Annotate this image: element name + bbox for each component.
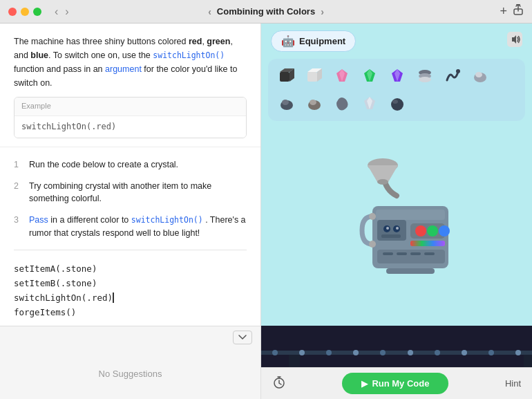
close-button[interactable]	[8, 8, 17, 16]
machine-illustration	[321, 147, 473, 299]
svg-point-41	[386, 227, 389, 230]
cursor	[113, 293, 114, 303]
svg-point-28	[392, 100, 398, 104]
add-button[interactable]: +	[500, 4, 507, 19]
maximize-button[interactable]	[33, 8, 41, 16]
tray-item-cube-black[interactable]	[275, 64, 298, 88]
svg-rect-45	[383, 252, 393, 255]
intro-text-4: . To switch one on, use the	[48, 50, 153, 60]
belt-dot	[299, 350, 305, 355]
left-panel: The machine has three shiny buttons colo…	[0, 24, 261, 399]
equipment-header: 🤖 Equipment	[261, 24, 532, 59]
code-line-1: setItemA(.stone)	[14, 261, 247, 276]
steps-section: 1 Run the code below to create a crystal…	[0, 147, 260, 244]
run-button-label: Run My Code	[372, 378, 429, 389]
title-prev-arrow[interactable]: ‹	[208, 6, 211, 17]
step-text-2: Try combining crystal with another item …	[29, 180, 247, 206]
svg-rect-3	[280, 72, 289, 82]
belt-dot	[326, 350, 332, 355]
divider	[14, 250, 247, 250]
step-number-2: 2	[14, 180, 22, 193]
intro-text-1: The machine has three shiny buttons colo…	[14, 37, 189, 46]
equipment-badge: 🤖 Equipment	[271, 30, 356, 52]
code-line-2: setItemB(.stone)	[14, 276, 247, 290]
play-icon: ▶	[361, 379, 368, 389]
tray-item-rock-gray[interactable]	[468, 64, 492, 88]
svg-rect-46	[397, 252, 407, 255]
tray-item-gem-light[interactable]	[358, 92, 381, 115]
belt-dot	[380, 350, 386, 355]
collapse-suggestions-button[interactable]	[233, 331, 252, 344]
svg-point-37	[439, 225, 450, 236]
pass-link[interactable]: Pass	[29, 215, 48, 225]
svg-rect-34	[410, 241, 445, 246]
bottom-toolbar: ▶ Run My Code Hint	[261, 367, 532, 399]
share-button[interactable]	[513, 4, 524, 19]
belt-support-mid	[524, 353, 532, 367]
argument-link[interactable]: argument	[105, 64, 142, 74]
svg-point-18	[456, 69, 460, 73]
equipment-robot-icon: 🤖	[281, 35, 295, 48]
instructions-section: The machine has three shiny buttons colo…	[0, 24, 260, 147]
svg-point-35	[415, 225, 426, 236]
step-2: 2 Try combining crystal with another ite…	[14, 176, 247, 210]
tray-item-gem-green[interactable]	[358, 64, 381, 88]
nav-arrows: ‹ ›	[53, 6, 71, 18]
step-text-3: Pass in a different color to switchLight…	[29, 214, 247, 240]
step3-code: switchLightOn()	[131, 215, 203, 225]
belt-dot	[515, 350, 521, 355]
svg-point-20	[475, 72, 482, 77]
right-panel: 🤖 Equipment	[261, 24, 532, 399]
example-label: Example	[15, 98, 246, 116]
code-line-3: switchLightOn(.red)	[14, 290, 247, 305]
example-block: Example switchLightOn(.red)	[14, 97, 247, 138]
tray-item-gem-pink[interactable]	[330, 64, 354, 88]
back-button[interactable]: ‹	[53, 6, 60, 18]
timer-icon	[272, 375, 286, 389]
forward-button[interactable]: ›	[63, 6, 70, 18]
svg-point-50	[369, 213, 376, 220]
titlebar: ‹ › ‹ Combining with Colors › +	[0, 0, 532, 24]
tray-item-cube-white[interactable]	[303, 64, 326, 88]
belt-dot	[272, 350, 278, 355]
conveyor-area	[261, 326, 532, 367]
svg-point-42	[396, 227, 399, 230]
suggestions-header	[0, 326, 260, 349]
svg-rect-6	[307, 72, 317, 82]
code-line-4: forgeItems()	[14, 305, 247, 319]
keyword-green: green	[207, 37, 230, 46]
conveyor-belt	[261, 351, 532, 355]
tray-item-layers[interactable]	[413, 64, 437, 88]
tray-item-gem-purple[interactable]	[386, 64, 409, 88]
tray-item-rock-dark[interactable]	[275, 92, 298, 115]
no-suggestions-label: No Suggestions	[99, 369, 162, 379]
intro-text-5: function and pass in an	[14, 64, 105, 74]
tray-item-blob[interactable]	[330, 92, 354, 115]
titlebar-actions: +	[500, 4, 524, 19]
tray-item-snake[interactable]	[441, 64, 464, 88]
svg-point-51	[369, 241, 376, 248]
svg-rect-48	[424, 252, 435, 255]
step-1: 1 Run the code below to create a crystal…	[14, 154, 247, 176]
tray-item-stone-round[interactable]	[386, 92, 409, 115]
hint-button[interactable]: Hint	[505, 378, 521, 389]
code-editor[interactable]: setItemA(.stone) setItemB(.stone) switch…	[0, 256, 260, 326]
sound-button[interactable]	[507, 32, 522, 50]
svg-rect-43	[381, 234, 401, 238]
step3-mid: in a different color to	[50, 215, 131, 225]
svg-point-27	[391, 98, 403, 111]
suggestions-content: No Suggestions	[0, 349, 260, 399]
belt-support-left	[289, 353, 300, 367]
title-next-arrow[interactable]: ›	[321, 6, 324, 17]
equipment-label: Equipment	[299, 36, 345, 46]
items-tray	[268, 59, 525, 121]
timer-button[interactable]	[272, 375, 286, 392]
keyword-red: red	[189, 37, 202, 46]
svg-point-24	[310, 100, 316, 105]
svg-rect-49	[386, 268, 435, 274]
run-button[interactable]: ▶ Run My Code	[342, 373, 448, 394]
tray-item-rock-med[interactable]	[303, 92, 326, 115]
minimize-button[interactable]	[21, 8, 29, 16]
sound-icon	[507, 32, 522, 47]
svg-point-36	[427, 225, 438, 236]
